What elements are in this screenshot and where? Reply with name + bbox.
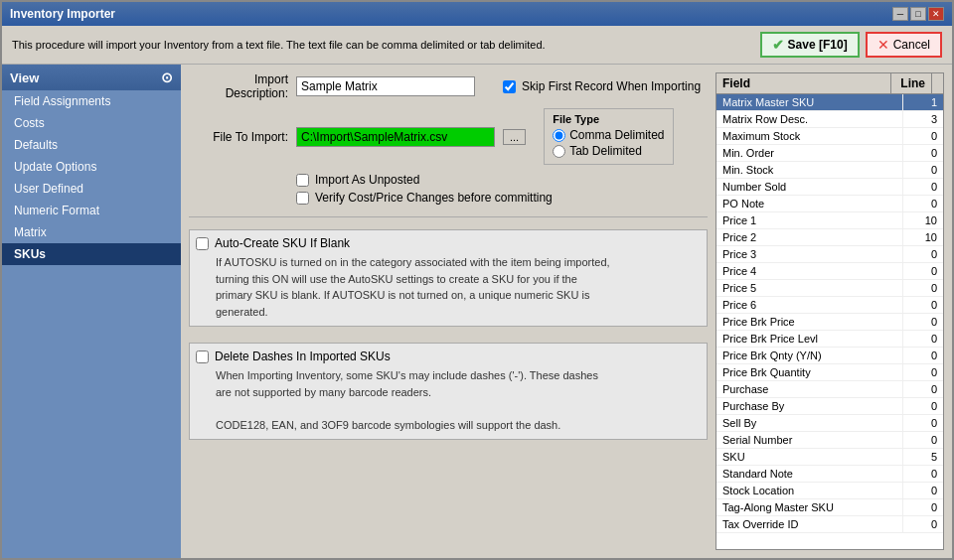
field-table-header: Field Line	[716, 73, 943, 94]
table-row[interactable]: Min. Stock 0	[716, 162, 943, 179]
line-cell: 0	[903, 297, 943, 313]
delete-dashes-section: Delete Dashes In Imported SKUs When Impo…	[189, 343, 708, 440]
browse-button[interactable]: ...	[503, 129, 526, 145]
skip-first-record-checkbox[interactable]	[503, 80, 516, 93]
table-row[interactable]: Min. Order 0	[716, 145, 943, 162]
table-row[interactable]: Tax Override ID 0	[716, 516, 943, 533]
comma-delimited-row: Comma Delimited	[553, 128, 664, 142]
table-row[interactable]: Price 6 0	[716, 297, 943, 314]
table-row[interactable]: Price 5 0	[716, 280, 943, 297]
import-as-unposted-row: Import As Unposted	[296, 173, 708, 187]
save-button[interactable]: ✔ Save [F10]	[760, 32, 860, 58]
table-row[interactable]: Matrix Master SKU 1	[716, 94, 943, 111]
field-cell: Maximum Stock	[716, 128, 903, 144]
delete-dashes-label: Delete Dashes In Imported SKUs	[215, 350, 391, 363]
table-row[interactable]: Purchase By 0	[716, 398, 943, 415]
line-cell: 0	[903, 128, 943, 144]
comma-delimited-label: Comma Delimited	[569, 128, 664, 142]
table-row[interactable]: Standard Note 0	[716, 466, 943, 483]
table-row[interactable]: Price Brk Price 0	[716, 314, 943, 331]
sidebar-title: View	[10, 70, 39, 85]
toolbar-info: This procedure will import your Inventor…	[12, 39, 546, 51]
field-cell: Matrix Master SKU	[716, 94, 903, 110]
title-bar-buttons: ─ □ ✕	[892, 7, 944, 21]
field-table: Field Line Matrix Master SKU 1 Matrix Ro…	[716, 72, 944, 550]
field-cell: Price Brk Price Levl	[716, 331, 903, 347]
field-cell: Price 3	[716, 246, 903, 262]
table-row[interactable]: Tag-Along Master SKU 0	[716, 499, 943, 516]
table-row[interactable]: Serial Number 0	[716, 432, 943, 449]
field-col-header: Field	[716, 73, 891, 93]
field-cell: Min. Stock	[716, 162, 903, 178]
field-cell: SKU	[716, 449, 903, 465]
import-as-unposted-checkbox[interactable]	[296, 174, 309, 187]
line-cell: 0	[903, 263, 943, 279]
close-button[interactable]: ✕	[928, 7, 944, 21]
line-cell: 0	[903, 499, 943, 515]
field-cell: Price 5	[716, 280, 903, 296]
line-cell: 1	[903, 94, 943, 110]
line-cell: 0	[903, 483, 943, 498]
sidebar-item-user-defined[interactable]: User Defined	[2, 178, 181, 200]
table-row[interactable]: PO Note 0	[716, 196, 943, 212]
cancel-button[interactable]: ✕ Cancel	[866, 32, 942, 58]
comma-delimited-radio[interactable]	[553, 129, 565, 142]
import-description-row: Import Description: Skip First Record Wh…	[189, 72, 708, 100]
file-type-group: File Type Comma Delimited Tab Delimited	[544, 108, 673, 165]
line-cell: 0	[903, 381, 943, 397]
sidebar-collapse-icon[interactable]: ⊙	[161, 70, 173, 85]
line-cell: 10	[903, 229, 943, 245]
delete-dashes-title: Delete Dashes In Imported SKUs	[196, 350, 701, 363]
sidebar-item-costs[interactable]: Costs	[2, 112, 181, 134]
verify-cost-row: Verify Cost/Price Changes before committ…	[296, 191, 708, 205]
line-cell: 0	[903, 466, 943, 482]
sidebar-item-update-options[interactable]: Update Options	[2, 156, 181, 178]
import-description-label: Import Description:	[189, 72, 288, 100]
verify-cost-checkbox[interactable]	[296, 192, 309, 205]
table-row[interactable]: Price Brk Qnty (Y/N) 0	[716, 348, 943, 364]
field-table-body[interactable]: Matrix Master SKU 1 Matrix Row Desc. 3 M…	[716, 94, 943, 549]
sidebar-item-defaults[interactable]: Defaults	[2, 134, 181, 156]
auto-sku-title: Auto-Create SKU If Blank	[196, 236, 701, 250]
field-cell: Standard Note	[716, 466, 903, 482]
table-row[interactable]: Price Brk Quantity 0	[716, 364, 943, 381]
tab-delimited-label: Tab Delimited	[569, 144, 642, 158]
auto-sku-checkbox[interactable]	[196, 237, 209, 250]
sidebar-item-field-assignments[interactable]: Field Assignments	[2, 90, 181, 112]
file-to-import-label: File To Import:	[189, 130, 288, 144]
delete-dashes-checkbox[interactable]	[196, 350, 209, 363]
table-row[interactable]: Stock Location 0	[716, 483, 943, 499]
skip-first-record-label: Skip First Record When Importing	[522, 79, 701, 93]
skip-first-record-row: Skip First Record When Importing	[503, 79, 701, 93]
table-row[interactable]: Price 2 10	[716, 229, 943, 246]
table-row[interactable]: Price 3 0	[716, 246, 943, 263]
auto-sku-section: Auto-Create SKU If Blank If AUTOSKU is t…	[189, 229, 708, 327]
import-description-input[interactable]	[296, 76, 475, 96]
field-cell: Matrix Row Desc.	[716, 111, 903, 127]
table-row[interactable]: Sell By 0	[716, 415, 943, 432]
table-row[interactable]: Price 4 0	[716, 263, 943, 280]
file-path-input[interactable]	[296, 127, 495, 147]
line-cell: 3	[903, 111, 943, 127]
line-col-header: Line	[891, 73, 931, 93]
table-row[interactable]: Matrix Row Desc. 3	[716, 111, 943, 128]
tab-delimited-radio[interactable]	[553, 145, 565, 158]
maximize-button[interactable]: □	[910, 7, 926, 21]
table-row[interactable]: Price 1 10	[716, 212, 943, 229]
table-row[interactable]: Purchase 0	[716, 381, 943, 398]
sidebar-header: View ⊙	[2, 65, 181, 90]
line-cell: 0	[903, 364, 943, 380]
minimize-button[interactable]: ─	[892, 7, 908, 21]
field-cell: Price 2	[716, 229, 903, 245]
table-row[interactable]: Maximum Stock 0	[716, 128, 943, 145]
table-row[interactable]: SKU 5	[716, 449, 943, 466]
table-row[interactable]: Price Brk Price Levl 0	[716, 331, 943, 348]
field-cell: Purchase By	[716, 398, 903, 414]
auto-sku-label: Auto-Create SKU If Blank	[215, 236, 350, 250]
field-cell: Price 1	[716, 212, 903, 228]
sidebar-item-matrix[interactable]: Matrix	[2, 221, 181, 243]
sidebar-item-numeric-format[interactable]: Numeric Format	[2, 200, 181, 221]
window-title: Inventory Importer	[10, 7, 115, 21]
sidebar-item-skus[interactable]: SKUs	[2, 243, 181, 265]
table-row[interactable]: Number Sold 0	[716, 179, 943, 196]
